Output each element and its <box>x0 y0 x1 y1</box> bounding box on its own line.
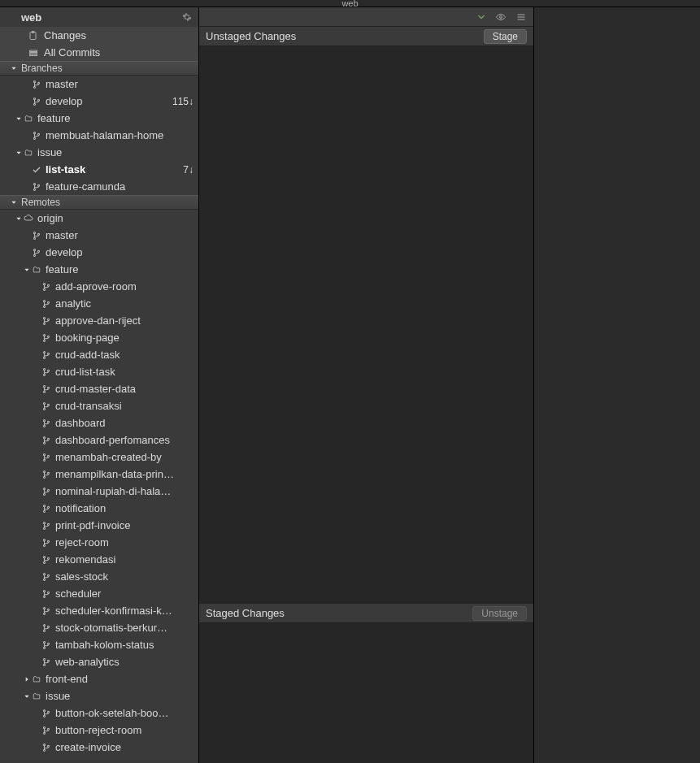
svg-point-97 <box>47 660 49 661</box>
eye-icon[interactable] <box>494 12 507 22</box>
svg-point-106 <box>43 743 45 745</box>
branch-row[interactable]: membuat-halaman-home <box>0 127 198 144</box>
branch-row[interactable]: booking-page <box>0 329 198 346</box>
svg-point-92 <box>43 641 45 643</box>
folder-row[interactable]: feature <box>0 110 198 127</box>
branch-row[interactable]: dashboard <box>0 414 198 431</box>
sidebar-header[interactable]: web <box>0 7 198 27</box>
remote-row[interactable]: origin <box>0 210 198 227</box>
branch-row[interactable]: button-reject-room <box>0 722 198 739</box>
branch-row[interactable]: approve-dan-riject <box>0 312 198 329</box>
chevron-right-icon[interactable] <box>23 676 31 683</box>
branch-icon <box>41 282 52 292</box>
chevron-down-icon[interactable] <box>15 215 23 222</box>
top-tab-label[interactable]: web <box>341 0 358 7</box>
folder-row[interactable]: feature <box>0 261 198 278</box>
branch-row[interactable]: reject-room <box>0 534 198 551</box>
staged-body[interactable] <box>199 623 533 763</box>
branch-icon <box>41 384 52 394</box>
svg-point-70 <box>47 506 49 508</box>
branch-row[interactable]: web-analytics <box>0 653 198 670</box>
sidebar-item-all-commits[interactable]: All Commits <box>0 44 198 61</box>
row-label: menambah-created-by <box>55 451 193 463</box>
chevron-down-icon[interactable] <box>23 267 31 273</box>
row-label: front-end <box>46 673 193 685</box>
branch-icon <box>31 80 42 89</box>
sidebar-item-changes[interactable]: Changes <box>0 27 198 44</box>
svg-point-81 <box>43 579 45 580</box>
branch-row[interactable]: add-aprove-room <box>0 278 198 295</box>
branch-row[interactable]: create-invoice <box>0 739 198 756</box>
gear-icon[interactable] <box>182 12 192 22</box>
branch-row[interactable]: notification <box>0 500 198 517</box>
branch-row[interactable]: develop115↓ <box>0 93 198 110</box>
section-header-remotes[interactable]: Remotes <box>0 195 198 210</box>
row-label: develop <box>46 246 193 258</box>
svg-point-8 <box>37 82 39 84</box>
branch-row[interactable]: stock-otomatis-berkur… <box>0 619 198 636</box>
svg-point-78 <box>43 561 45 563</box>
svg-point-91 <box>47 626 49 627</box>
folder-row[interactable]: issue <box>0 144 198 161</box>
branch-row[interactable]: feature-camunda <box>0 178 198 195</box>
menu-icon[interactable] <box>515 12 527 22</box>
branch-row[interactable]: develop <box>0 244 198 261</box>
branch-row[interactable]: crud-add-task <box>0 346 198 363</box>
branch-row[interactable]: crud-master-data <box>0 380 198 397</box>
expand-down-icon[interactable] <box>476 12 486 22</box>
svg-point-102 <box>47 711 49 713</box>
check-icon <box>31 165 42 175</box>
branch-row[interactable]: master <box>0 76 198 93</box>
branch-row[interactable]: rekomendasi <box>0 551 198 568</box>
commits-icon <box>28 48 39 58</box>
chevron-down-icon[interactable] <box>15 115 23 122</box>
svg-point-55 <box>47 421 49 423</box>
branch-row[interactable]: crud-list-task <box>0 363 198 380</box>
branch-row[interactable]: crud-transaksi <box>0 397 198 414</box>
row-label: notification <box>55 502 193 514</box>
branch-row[interactable]: menambah-created-by <box>0 449 198 466</box>
svg-point-19 <box>37 184 39 186</box>
branch-icon <box>41 453 52 462</box>
svg-point-58 <box>47 438 49 440</box>
svg-point-29 <box>43 283 45 284</box>
svg-point-84 <box>43 596 45 597</box>
svg-point-49 <box>47 387 49 388</box>
branch-icon <box>31 131 42 141</box>
row-label: button-reject-room <box>55 724 193 736</box>
svg-point-77 <box>43 556 45 557</box>
chevron-down-icon[interactable] <box>23 693 31 700</box>
branch-row[interactable]: list-task7↓ <box>0 161 198 178</box>
unstaged-body[interactable] <box>199 46 533 604</box>
branch-row[interactable]: scheduler <box>0 585 198 602</box>
branch-row[interactable]: master <box>0 227 198 244</box>
svg-point-24 <box>37 233 39 235</box>
svg-point-60 <box>43 459 45 461</box>
svg-point-64 <box>47 472 49 474</box>
svg-point-9 <box>33 98 35 99</box>
branch-icon <box>41 726 52 735</box>
stage-button[interactable]: Stage <box>484 29 527 44</box>
folder-row[interactable]: issue <box>0 687 198 704</box>
branch-icon <box>31 248 42 258</box>
branch-row[interactable]: nominal-rupiah-di-hala… <box>0 483 198 500</box>
branch-row[interactable]: dashboard-perfomances <box>0 431 198 449</box>
svg-point-18 <box>33 189 35 190</box>
svg-point-22 <box>33 232 35 233</box>
svg-point-42 <box>43 357 45 358</box>
branch-row[interactable]: menampilkan-data-prin… <box>0 466 198 483</box>
branch-row[interactable]: scheduler-konfirmasi-k… <box>0 602 198 619</box>
branch-row[interactable]: print-pdf-invoice <box>0 517 198 534</box>
branch-row[interactable]: analytic <box>0 295 198 312</box>
row-label: develop <box>46 95 169 107</box>
branch-row[interactable]: sales-stock <box>0 568 198 585</box>
branch-row[interactable]: tambah-kolom-status <box>0 636 198 653</box>
branch-row[interactable]: button-ok-setelah-boo… <box>0 704 198 722</box>
chevron-down-icon[interactable] <box>15 150 23 156</box>
unstage-button[interactable]: Unstage <box>472 606 527 621</box>
branch-icon <box>41 743 52 752</box>
section-header-branches[interactable]: Branches <box>0 61 198 76</box>
svg-point-27 <box>37 250 39 252</box>
folder-row[interactable]: front-end <box>0 670 198 687</box>
svg-point-43 <box>47 353 49 354</box>
